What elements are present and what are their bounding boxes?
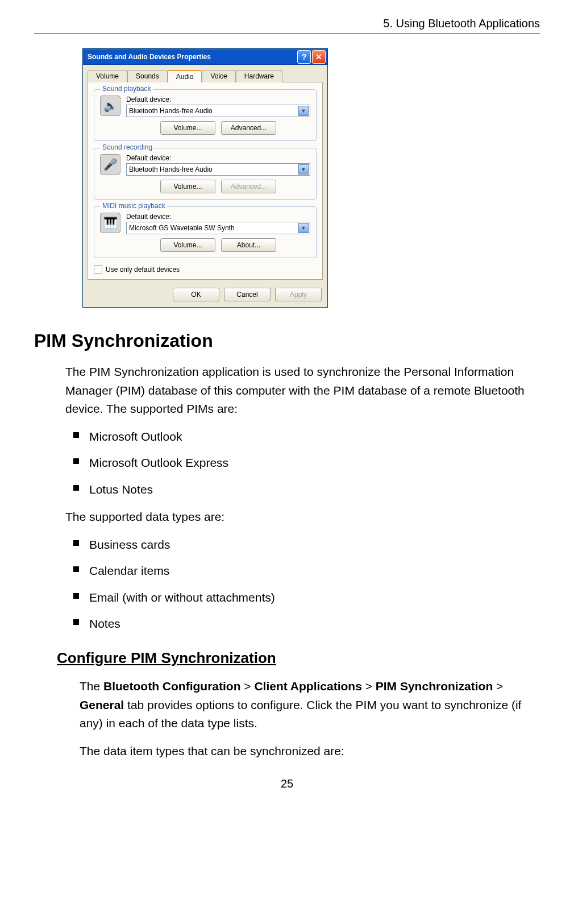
select-value: Bluetooth Hands-free Audio bbox=[129, 165, 213, 173]
tab-volume[interactable]: Volume bbox=[88, 70, 127, 82]
field-label: Default device: bbox=[126, 213, 310, 221]
select-value: Microsoft GS Wavetable SW Synth bbox=[129, 224, 235, 232]
help-icon[interactable]: ? bbox=[297, 50, 311, 64]
apply-button: Apply bbox=[275, 288, 322, 301]
list-item: Notes bbox=[65, 615, 540, 633]
ok-button[interactable]: OK bbox=[173, 288, 219, 301]
recording-advanced-button: Advanced... bbox=[221, 180, 276, 193]
midi-device-select[interactable]: Microsoft GS Wavetable SW Synth ▼ bbox=[126, 222, 310, 234]
playback-volume-button[interactable]: Volume... bbox=[160, 121, 215, 135]
body-paragraph: The PIM Synchronization application is u… bbox=[65, 363, 540, 419]
chevron-down-icon: ▼ bbox=[298, 164, 309, 175]
recording-device-select[interactable]: Bluetooth Hands-free Audio ▼ bbox=[126, 163, 310, 176]
list-item: Lotus Notes bbox=[65, 480, 540, 499]
page-number: 25 bbox=[34, 777, 540, 790]
sound-playback-group: Sound playback 🔈 Default device: Bluetoo… bbox=[94, 89, 317, 141]
audio-properties-dialog: Sounds and Audio Devices Properties ? ✕ … bbox=[82, 48, 328, 308]
tab-voice[interactable]: Voice bbox=[202, 70, 235, 82]
field-label: Default device: bbox=[126, 96, 310, 103]
pim-list: Microsoft Outlook Microsoft Outlook Expr… bbox=[65, 428, 540, 499]
page-header: 5. Using Bluetooth Applications bbox=[34, 17, 540, 34]
select-value: Bluetooth Hands-free Audio bbox=[129, 107, 213, 115]
window-title: Sounds and Audio Devices Properties bbox=[88, 53, 296, 61]
midi-icon: 🎹 bbox=[100, 213, 120, 233]
body-paragraph: The data item types that can be synchron… bbox=[80, 742, 540, 761]
close-icon[interactable]: ✕ bbox=[312, 50, 326, 64]
checkbox-label: Use only default devices bbox=[106, 266, 180, 274]
midi-playback-group: MIDI music playback 🎹 Default device: Mi… bbox=[94, 206, 317, 258]
tab-audio[interactable]: Audio bbox=[168, 70, 202, 82]
section-heading: PIM Synchronization bbox=[34, 330, 540, 351]
speaker-icon: 🔈 bbox=[100, 96, 120, 116]
midi-about-button[interactable]: About... bbox=[221, 238, 276, 252]
body-paragraph: The Bluetooth Configuration > Client App… bbox=[80, 677, 540, 733]
recording-volume-button[interactable]: Volume... bbox=[160, 180, 215, 193]
chevron-down-icon: ▼ bbox=[298, 223, 309, 233]
default-devices-checkbox[interactable] bbox=[94, 265, 102, 274]
field-label: Default device: bbox=[126, 154, 310, 162]
titlebar[interactable]: Sounds and Audio Devices Properties ? ✕ bbox=[83, 49, 327, 65]
sound-recording-group: Sound recording 🎤 Default device: Blueto… bbox=[94, 148, 317, 200]
midi-volume-button[interactable]: Volume... bbox=[160, 238, 215, 252]
list-item: Calendar items bbox=[65, 562, 540, 581]
group-label: Sound playback bbox=[100, 85, 153, 93]
tabstrip: Volume Sounds Audio Voice Hardware bbox=[88, 69, 323, 82]
group-label: Sound recording bbox=[100, 143, 155, 151]
tab-hardware[interactable]: Hardware bbox=[236, 70, 282, 82]
list-item: Business cards bbox=[65, 536, 540, 554]
list-item: Microsoft Outlook Express bbox=[65, 454, 540, 473]
list-item: Microsoft Outlook bbox=[65, 428, 540, 446]
chevron-down-icon: ▼ bbox=[298, 106, 309, 116]
subsection-heading: Configure PIM Synchronization bbox=[57, 649, 540, 667]
cancel-button[interactable]: Cancel bbox=[224, 288, 271, 301]
playback-advanced-button[interactable]: Advanced... bbox=[221, 121, 276, 135]
microphone-icon: 🎤 bbox=[100, 154, 120, 175]
group-label: MIDI music playback bbox=[100, 202, 168, 210]
datatype-list: Business cards Calendar items Email (wit… bbox=[65, 536, 540, 633]
body-paragraph: The supported data types are: bbox=[65, 508, 540, 527]
tab-sounds[interactable]: Sounds bbox=[127, 70, 168, 82]
list-item: Email (with or without attachments) bbox=[65, 589, 540, 607]
playback-device-select[interactable]: Bluetooth Hands-free Audio ▼ bbox=[126, 105, 310, 117]
